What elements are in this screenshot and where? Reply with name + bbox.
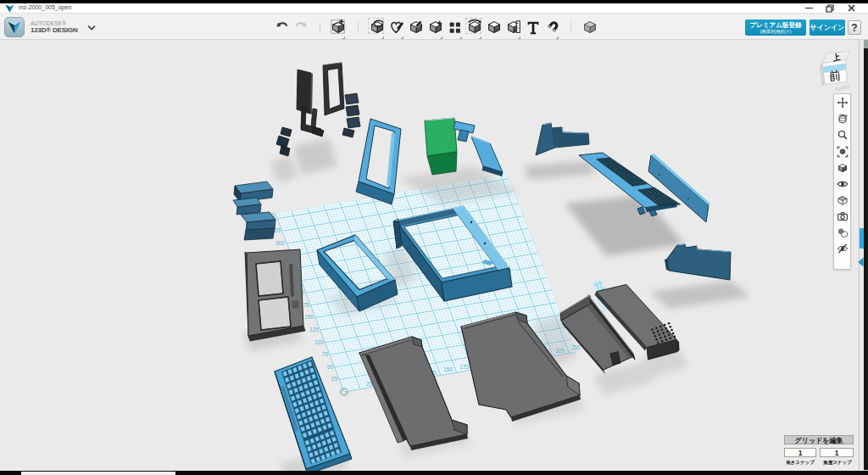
- svg-text:75: 75: [322, 351, 329, 357]
- svg-text:100: 100: [314, 339, 324, 345]
- svg-text:125: 125: [309, 327, 319, 332]
- svg-text:150: 150: [304, 314, 314, 320]
- svg-text:50: 50: [327, 364, 334, 370]
- svg-text:175: 175: [459, 364, 469, 370]
- svg-text:300: 300: [275, 240, 285, 246]
- svg-text:150: 150: [443, 366, 453, 372]
- svg-text:25: 25: [331, 376, 338, 382]
